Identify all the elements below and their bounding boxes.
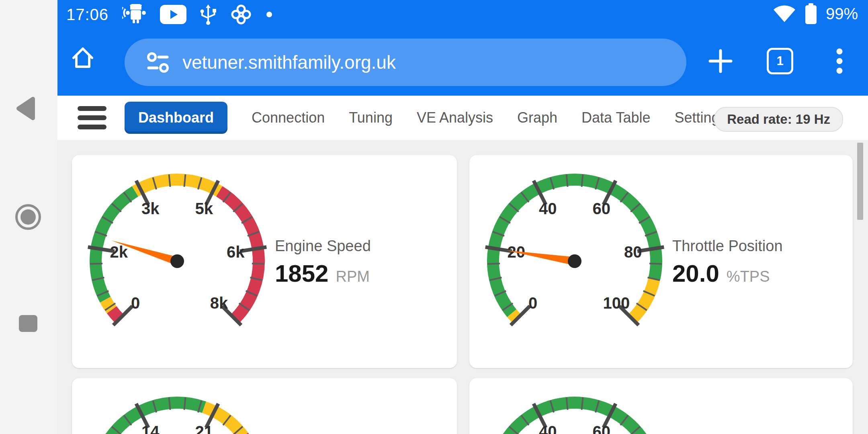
gauge-readout: Throttle Position 20.0 %TPS [672,237,783,287]
wifi-icon [773,4,796,23]
plus-icon [708,48,733,74]
fan-icon [230,3,252,26]
home-circle-icon[interactable] [14,203,43,231]
gauge-card-engine-speed: 02k3k5k6k8k Engine Speed 1852 RPM [72,155,457,368]
tab-dashboard[interactable]: Dashboard [125,102,227,134]
gauge-value: 20.0 [672,260,719,287]
gauge-unit: RPM [336,268,369,285]
usb-icon [200,4,216,25]
android-robot-cast-icon [122,4,146,25]
page-scrollbar-thumb[interactable] [857,143,863,220]
svg-text:8k: 8k [210,294,228,312]
svg-text:5k: 5k [195,200,213,217]
svg-text:21: 21 [195,423,213,434]
tab-data-table[interactable]: Data Table [581,109,650,126]
tab-switcher-icon: 1 [767,48,793,74]
gauge-card-throttle-position: 020406080100 Throttle Position 20.0 %TPS [469,155,853,368]
recents-square-icon[interactable] [14,309,43,338]
tab-count: 1 [776,54,783,68]
svg-text:0: 0 [528,294,537,312]
browser-toolbar: vetuner.smithfamily.org.uk 1 [57,26,868,96]
svg-text:40: 40 [539,200,557,217]
home-icon[interactable] [69,43,97,72]
svg-text:40: 40 [539,423,557,434]
svg-text:60: 60 [592,200,610,217]
new-tab-button[interactable] [704,45,737,77]
battery-icon [805,3,817,24]
read-rate-badge: Read rate: 19 Hz [714,107,843,132]
temp-gauge-partial: 020406080100 [478,380,671,434]
tab-tuning[interactable]: Tuning [349,109,393,126]
status-bar: 17:06 [57,0,868,26]
browser-menu-button[interactable] [823,45,856,77]
svg-text:100: 100 [603,294,630,312]
gauge-title: Engine Speed [275,237,371,255]
tab-graph[interactable]: Graph [517,109,557,126]
battery-percent: 99% [826,5,858,23]
menu-kebab-icon [836,47,843,75]
url-bar[interactable]: vetuner.smithfamily.org.uk [125,39,686,86]
youtube-icon [160,5,186,24]
dashboard-content: 02k3k5k6k8k Engine Speed 1852 RPM 020406… [57,140,868,434]
gauge-value: 1852 [275,260,328,287]
chrome-app: 17:06 [57,0,868,434]
url-text: vetuner.smithfamily.org.uk [182,51,396,73]
gauge-unit: %TPS [727,268,770,285]
tab-switcher-button[interactable]: 1 [764,45,796,77]
notification-dot-icon [266,11,272,18]
throttle-position-gauge: 020406080100 [478,157,671,350]
site-nav-bar: Dashboard Connection Tuning VE Analysis … [57,96,868,141]
svg-text:14: 14 [141,423,160,434]
tab-connection[interactable]: Connection [252,109,325,126]
svg-text:6k: 6k [227,243,245,261]
screen: 17:06 [0,0,868,434]
svg-text:80: 80 [624,243,642,261]
chrome-top: 17:06 [57,0,868,96]
gauge-card-partial-right: 020406080100 [469,378,853,434]
svg-text:3k: 3k [141,200,160,217]
android-nav-rail [0,0,57,434]
menu-hamburger-icon[interactable] [78,106,106,129]
gauge-title: Throttle Position [672,237,783,255]
tab-ve-analysis[interactable]: VE Analysis [417,109,493,126]
svg-text:60: 60 [592,423,610,434]
tune-icon[interactable] [145,50,170,75]
svg-text:0: 0 [131,294,140,312]
engine-speed-gauge: 02k3k5k6k8k [81,157,274,350]
back-icon[interactable] [14,94,43,123]
gauge-readout: Engine Speed 1852 RPM [275,237,371,287]
gauge-card-partial-left: 0714212835 [72,378,457,434]
status-time: 17:06 [66,6,108,24]
advance-gauge-partial: 0714212835 [81,380,274,434]
